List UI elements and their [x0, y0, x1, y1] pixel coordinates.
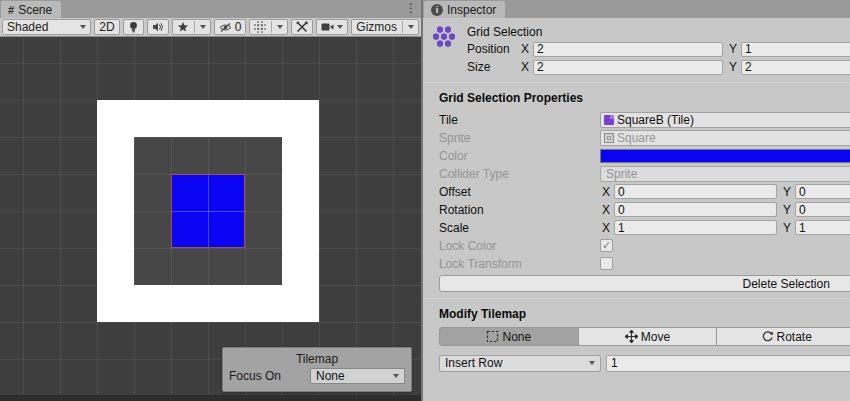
- lock-transform-checkbox[interactable]: [600, 257, 613, 270]
- move-icon: [625, 330, 638, 343]
- scale-label: Scale: [439, 221, 600, 235]
- modify-tilemap-section: Modify Tilemap None Move Rotate: [423, 299, 850, 378]
- divider: [271, 21, 272, 33]
- y-axis-label: Y: [781, 221, 791, 235]
- tile-object-field[interactable]: SquareB (Tile) ⊙: [600, 112, 850, 128]
- scene-viewport[interactable]: Tilemap Focus On None: [0, 37, 421, 401]
- overlay-title: Tilemap: [229, 351, 405, 368]
- color-label: Color: [439, 149, 600, 163]
- 2d-toggle-button[interactable]: 2D: [94, 19, 119, 35]
- tile-value: SquareB (Tile): [617, 113, 850, 127]
- scene-menu-icon[interactable]: ⋮: [405, 1, 417, 15]
- collider-type-label: Collider Type: [439, 167, 600, 181]
- eye-off-icon: [219, 22, 232, 33]
- size-label: Size: [467, 60, 515, 74]
- chevron-down-icon[interactable]: [200, 25, 206, 29]
- offset-row: Offset X Y Z: [439, 183, 850, 200]
- x-axis-label: X: [519, 60, 529, 74]
- scene-audio-button[interactable]: [147, 19, 169, 35]
- collider-type-row: Collider Type Sprite: [439, 165, 850, 182]
- sprite-value: Square: [617, 131, 850, 145]
- rotation-row: Rotation X Y Z: [439, 201, 850, 218]
- tool-move-button[interactable]: Move: [579, 327, 718, 346]
- component-tools-button[interactable]: [291, 19, 313, 35]
- grid-selection-properties-section: Grid Selection Properties Tile SquareB (…: [423, 83, 850, 298]
- position-label: Position: [467, 42, 515, 56]
- tool-rotate-button[interactable]: Rotate: [717, 327, 850, 346]
- rotation-y-input[interactable]: [795, 202, 850, 217]
- sprite-object-field[interactable]: Square ⊙: [600, 130, 850, 146]
- scale-x-input[interactable]: [614, 220, 777, 235]
- tool-move-label: Move: [641, 330, 670, 344]
- grid-selection-header: Grid Selection Position X Y Z Size X: [423, 18, 850, 82]
- modify-count-input[interactable]: [606, 355, 850, 372]
- tab-inspector[interactable]: i Inspector: [424, 1, 505, 18]
- inspector-pane: i Inspector ⋮: [421, 0, 850, 401]
- x-axis-label: X: [600, 221, 610, 235]
- grid-icon: [254, 21, 266, 33]
- chevron-down-icon: [393, 374, 399, 378]
- rotate-icon: [761, 330, 774, 343]
- offset-label: Offset: [439, 185, 600, 199]
- color-swatch[interactable]: [600, 149, 850, 163]
- size-x-input[interactable]: [533, 60, 723, 75]
- hidden-count-label: 0: [235, 20, 242, 34]
- tool-none-button[interactable]: None: [439, 327, 579, 346]
- tile-asset-icon: [604, 115, 614, 125]
- offset-y-input[interactable]: [795, 184, 850, 199]
- window-edge: [0, 395, 421, 401]
- focus-on-value: None: [316, 369, 345, 383]
- size-row: Size X Y Z: [467, 58, 850, 76]
- delete-selection-button[interactable]: Delete Selection: [439, 275, 850, 292]
- modify-section-title: Modify Tilemap: [439, 307, 850, 321]
- size-y-input[interactable]: [741, 60, 850, 75]
- chevron-down-icon[interactable]: [277, 25, 283, 29]
- tile-row: Tile SquareB (Tile) ⊙: [439, 111, 850, 128]
- position-x-input[interactable]: [533, 42, 723, 57]
- chevron-down-icon[interactable]: [408, 25, 414, 29]
- focus-on-dropdown[interactable]: None: [310, 368, 405, 384]
- selection-box-icon: [486, 330, 499, 343]
- scene-tabbar: # Scene ⋮: [0, 0, 421, 18]
- grid-hash-icon: #: [8, 4, 14, 16]
- sprite-row: Sprite Square ⊙: [439, 129, 850, 146]
- modify-operation-dropdown[interactable]: Insert Row: [439, 355, 601, 372]
- collider-type-dropdown[interactable]: Sprite: [600, 166, 850, 182]
- gizmos-dropdown[interactable]: Gizmos: [351, 19, 419, 35]
- chevron-down-icon: [80, 25, 86, 29]
- position-y-input[interactable]: [741, 42, 850, 57]
- chevron-down-icon[interactable]: [337, 25, 343, 29]
- tilemap-overlay-panel[interactable]: Tilemap Focus On None: [222, 347, 412, 392]
- offset-x-input[interactable]: [614, 184, 777, 199]
- lock-color-checkbox[interactable]: [600, 239, 613, 252]
- collider-type-value: Sprite: [606, 167, 637, 181]
- y-axis-label: Y: [727, 42, 737, 56]
- speaker-icon: [152, 21, 164, 33]
- rotation-x-input[interactable]: [614, 202, 777, 217]
- scene-toolbar: Shaded 2D: [0, 18, 421, 37]
- scene-visibility-button[interactable]: 0: [214, 19, 247, 35]
- scene-grid-button[interactable]: [249, 19, 288, 35]
- lock-color-label: Lock Color: [439, 239, 600, 253]
- scene-effects-button[interactable]: [172, 19, 211, 35]
- inspector-body: Grid Selection Position X Y Z Size X: [423, 18, 850, 401]
- y-axis-label: Y: [781, 185, 791, 199]
- scene-camera-button[interactable]: [316, 19, 348, 35]
- unity-editor: # Scene ⋮ Shaded 2D: [0, 0, 850, 401]
- scale-y-input[interactable]: [795, 220, 850, 235]
- x-axis-label: X: [600, 185, 610, 199]
- lock-transform-row: Lock Transform: [439, 255, 850, 272]
- grid-selection-highlight[interactable]: [171, 174, 245, 248]
- scale-row: Scale X Y Z: [439, 219, 850, 236]
- tool-rotate-label: Rotate: [777, 330, 812, 344]
- scene-pane: # Scene ⋮ Shaded 2D: [0, 0, 421, 401]
- x-axis-label: X: [600, 203, 610, 217]
- scene-lighting-button[interactable]: [123, 19, 144, 35]
- y-axis-label: Y: [781, 203, 791, 217]
- shading-mode-dropdown[interactable]: Shaded: [2, 19, 91, 35]
- 2d-label: 2D: [99, 20, 114, 34]
- inspector-tab-label: Inspector: [447, 3, 496, 17]
- sprite-asset-icon: [604, 133, 614, 143]
- tab-scene[interactable]: # Scene: [1, 1, 61, 18]
- modify-toolbar: None Move Rotate Scale: [439, 327, 850, 346]
